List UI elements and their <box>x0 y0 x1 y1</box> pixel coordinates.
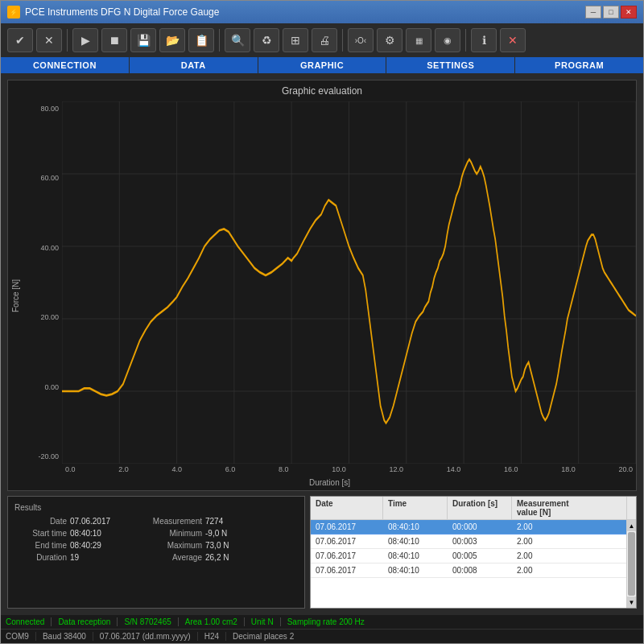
tab-program[interactable]: PROGRAM <box>515 57 643 73</box>
results-title: Results <box>14 503 298 512</box>
y-tick-n20: -20.00 <box>23 452 59 460</box>
title-left: ⚡ PCE Instruments DFG N Digital Force Ga… <box>7 6 219 19</box>
force-chart <box>62 101 636 464</box>
separator-3 <box>342 29 343 52</box>
td-date-2: 07.06.2017 <box>311 535 383 548</box>
separator-2 <box>219 29 220 52</box>
toolbar: ✔ ✕ ▶ ⏹ 💾 📂 📋 🔍 ♻ ⊞ 🖨 ›O‹ ⚙ ▦ ◉ ℹ ✕ <box>1 23 643 57</box>
app-icon: ⚡ <box>7 6 20 19</box>
table-row-3[interactable]: 07.06.2017 08:40:10 00:005 2.00 <box>311 549 626 564</box>
status-com: COM9 <box>6 632 36 641</box>
y-tick-60: 60.00 <box>23 174 59 182</box>
x-tick-12: 12.0 <box>389 465 403 473</box>
lbl-measurement: Measurement <box>142 517 202 526</box>
status-date-format: 07.06.2017 (dd.mm.yyyy) <box>100 632 198 641</box>
status-row-2: COM9 Baud 38400 07.06.2017 (dd.mm.yyyy) … <box>1 630 643 643</box>
th-date: Date <box>311 497 383 519</box>
x-tick-4: 4.0 <box>171 465 182 473</box>
x-tick-0: 0.0 <box>65 465 76 473</box>
td-time-3: 08:40:10 <box>383 549 448 563</box>
td-time-1: 08:40:10 <box>383 520 448 534</box>
window-title: PCE Instruments DFG N Digital Force Gaug… <box>25 6 219 18</box>
y-axis-label: Force [N] <box>8 101 23 490</box>
val-measurement: 7274 <box>205 517 270 526</box>
x-tick-2: 2.0 <box>118 465 129 473</box>
tool-info[interactable]: ℹ <box>471 28 497 52</box>
tool-close[interactable]: ✕ <box>500 28 526 52</box>
lbl-duration: Duration <box>14 553 67 562</box>
td-value-4: 2.00 <box>512 564 584 577</box>
title-bar: ⚡ PCE Instruments DFG N Digital Force Ga… <box>1 1 643 23</box>
status-decimal: Decimal places 2 <box>233 632 300 641</box>
nav-tabs: CONNECTION DATA GRAPHIC SETTINGS PROGRAM <box>1 57 643 73</box>
tool-globe[interactable]: ◉ <box>435 28 460 52</box>
status-area: Area 1.00 cm2 <box>185 617 245 626</box>
scroll-up-btn[interactable]: ▲ <box>627 520 636 531</box>
td-value-2: 2.00 <box>512 535 584 548</box>
scroll-header <box>626 497 636 520</box>
minimize-button[interactable]: ─ <box>585 6 601 19</box>
lbl-starttime: Start time <box>14 529 67 538</box>
tool-open[interactable]: 📂 <box>159 28 185 52</box>
th-time: Time <box>383 497 448 519</box>
tool-refresh[interactable]: ♻ <box>254 28 279 52</box>
table-scrollbar[interactable]: ▲ ▼ <box>626 520 636 608</box>
scroll-thumb <box>628 532 635 596</box>
tool-check[interactable]: ✔ <box>7 28 33 52</box>
y-tick-0: 0.00 <box>23 383 59 391</box>
tool-settings[interactable]: ⚙ <box>377 28 402 52</box>
tab-data[interactable]: DATA <box>130 57 258 73</box>
td-duration-4: 00:008 <box>448 564 512 577</box>
td-date-4: 07.06.2017 <box>311 564 383 577</box>
scroll-down-btn[interactable]: ▼ <box>627 597 636 608</box>
lbl-date: Date <box>14 517 67 526</box>
main-content: Graphic evaluation Force [N] 80.00 60.00… <box>1 73 643 615</box>
data-table: Date Time Duration [s] Measurement value… <box>310 496 637 609</box>
status-data-reception: Data reception <box>58 617 118 626</box>
table-row-2[interactable]: 07.06.2017 08:40:10 00:003 2.00 <box>311 535 626 549</box>
tool-cancel[interactable]: ✕ <box>36 28 62 52</box>
table-row-4[interactable]: 07.06.2017 08:40:10 00:008 2.00 <box>311 564 626 578</box>
val-endtime: 08:40:29 <box>70 541 138 550</box>
tool-calculator[interactable]: ▦ <box>406 28 431 52</box>
val-average: 26,2 N <box>205 553 270 562</box>
table-row-1[interactable]: ▶ 07.06.2017 08:40:10 00:000 2.00 <box>311 520 626 535</box>
val-duration: 19 <box>70 553 138 562</box>
tab-connection[interactable]: CONNECTION <box>1 57 130 73</box>
td-duration-1: 00:000 <box>448 520 512 534</box>
tool-play[interactable]: ▶ <box>72 28 98 52</box>
x-axis-ticks: 0.0 2.0 4.0 6.0 8.0 10.0 12.0 14.0 16.0 … <box>23 464 636 475</box>
close-button[interactable]: ✕ <box>621 6 637 19</box>
x-tick-8: 8.0 <box>279 465 289 473</box>
y-tick-20: 20.00 <box>23 313 59 321</box>
td-duration-3: 00:005 <box>448 549 512 563</box>
td-date-1: 07.06.2017 <box>311 520 383 534</box>
maximize-button[interactable]: □ <box>603 6 619 19</box>
y-tick-40: 40.00 <box>23 244 59 252</box>
tab-graphic[interactable]: GRAPHIC <box>258 57 387 73</box>
val-minimum: -9,0 N <box>205 529 270 538</box>
tool-report[interactable]: 📋 <box>188 28 214 52</box>
x-tick-18: 18.0 <box>561 465 576 473</box>
tool-stop[interactable]: ⏹ <box>101 28 127 52</box>
x-tick-6: 6.0 <box>225 465 236 473</box>
lbl-average: Average <box>142 553 202 562</box>
window-controls: ─ □ ✕ <box>585 6 637 19</box>
tab-settings[interactable]: SETTINGS <box>386 57 515 73</box>
val-maximum: 73,0 N <box>205 541 270 550</box>
tool-print[interactable]: 🖨 <box>312 28 337 52</box>
chart-container: Force [N] 80.00 60.00 40.00 20.00 0.00 -… <box>8 101 636 490</box>
tool-mode[interactable]: ›O‹ <box>348 28 374 52</box>
tool-grid[interactable]: ⊞ <box>283 28 308 52</box>
x-tick-14: 14.0 <box>447 465 461 473</box>
tool-save[interactable]: 💾 <box>130 28 156 52</box>
td-date-3: 07.06.2017 <box>311 549 383 563</box>
td-duration-2: 00:003 <box>448 535 512 548</box>
table-rows[interactable]: ▶ 07.06.2017 08:40:10 00:000 2.00 07.06.… <box>311 520 626 608</box>
x-tick-10: 10.0 <box>332 465 346 473</box>
chart-area: Graphic evaluation Force [N] 80.00 60.00… <box>7 80 637 491</box>
separator-4 <box>465 29 466 52</box>
status-serial: S/N 8702465 <box>124 617 178 626</box>
x-tick-16: 16.0 <box>504 465 518 473</box>
tool-search[interactable]: 🔍 <box>225 28 250 52</box>
